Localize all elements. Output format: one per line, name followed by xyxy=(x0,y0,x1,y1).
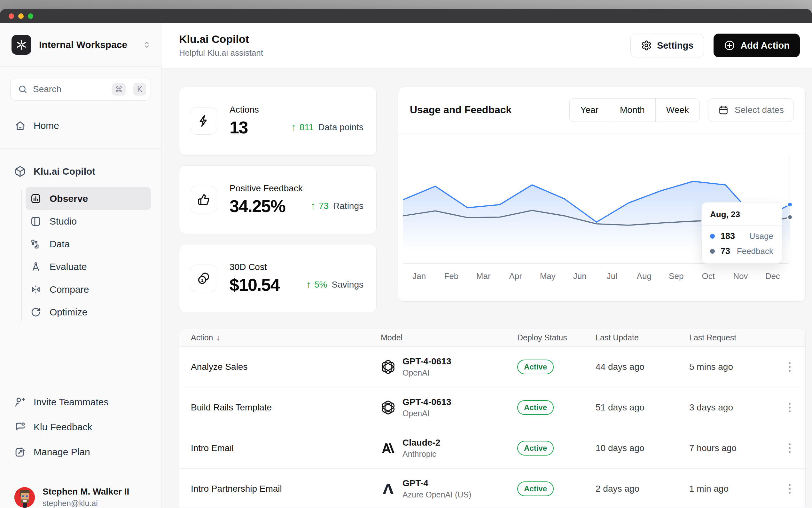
x-axis-tick-label: Dec xyxy=(757,271,789,281)
table-row[interactable]: Analyze Sales GPT-4-0613OpenAIActive44 d… xyxy=(179,347,805,387)
stat-label: Positive Feedback xyxy=(230,183,364,194)
sort-descending-icon: ↓ xyxy=(216,333,220,342)
chart-plot-area[interactable]: JanFebMarAprMayJunJulAugSepOctNovDec Aug… xyxy=(398,133,805,301)
lightning-icon xyxy=(190,107,218,135)
sidebar-item-optimize[interactable]: Optimize xyxy=(26,301,151,324)
table-row[interactable]: Intro Email Claude-2AnthropicActive10 da… xyxy=(179,428,805,469)
main-panel: Klu.ai Copilot Helpful Klu.ai assistant … xyxy=(161,23,812,508)
sidebar-item-label: Data xyxy=(50,239,70,250)
data-blocks-icon xyxy=(30,239,41,250)
model-provider: Azure OpenAI (US) xyxy=(402,490,471,499)
minimize-window-button[interactable] xyxy=(18,13,23,19)
column-header-last-update[interactable]: Last Update xyxy=(595,333,689,342)
add-action-button[interactable]: Add Action xyxy=(714,34,800,57)
column-header-last-request[interactable]: Last Request xyxy=(689,333,774,342)
sidebar-item-invite-teammates[interactable]: Invite Teammates xyxy=(0,390,161,415)
search-input[interactable]: Search K xyxy=(10,78,151,100)
stats-column: Actions 13 ↑ 811 Data points xyxy=(179,87,377,313)
sidebar-item-label: Manage Plan xyxy=(34,447,90,458)
sidebar-item-label: Compare xyxy=(50,284,89,295)
sidebar-item-label: Home xyxy=(34,120,59,131)
search-icon xyxy=(17,84,28,94)
sidebar-item-manage-plan[interactable]: Manage Plan xyxy=(0,439,161,465)
row-menu-kebab-icon[interactable] xyxy=(785,481,794,497)
status-badge: Active xyxy=(517,400,554,415)
svg-text:1: 1 xyxy=(201,278,203,283)
workspace-name: Internal Workspace xyxy=(39,39,134,50)
column-header-deploy-status[interactable]: Deploy Status xyxy=(517,333,595,342)
stat-label: 30D Cost xyxy=(230,262,364,272)
stat-delta-value: 73 xyxy=(319,201,329,211)
last-request-value: 1 min ago xyxy=(689,484,774,494)
stat-label: Actions xyxy=(230,104,364,115)
model-cell: GPT-4-0613OpenAI xyxy=(381,356,517,378)
table-row[interactable]: Intro Partnership Email GPT-4Azure OpenA… xyxy=(179,469,805,508)
avatar xyxy=(14,487,35,508)
model-cell: GPT-4Azure OpenAI (US) xyxy=(381,478,517,499)
calendar-icon xyxy=(718,104,729,116)
compare-flip-icon xyxy=(30,284,41,295)
search-placeholder: Search xyxy=(33,84,104,94)
workspace-switcher[interactable]: Internal Workspace xyxy=(0,23,161,67)
thumbs-up-icon xyxy=(190,186,218,213)
action-name[interactable]: Intro Email xyxy=(179,443,381,453)
tab-year[interactable]: Year xyxy=(570,98,609,122)
sidebar-item-observe[interactable]: Observe xyxy=(26,187,151,210)
sidebar-item-studio[interactable]: Studio xyxy=(26,210,151,232)
row-menu-kebab-icon[interactable] xyxy=(785,440,794,456)
sidebar-item-home[interactable]: Home xyxy=(0,115,161,136)
window-titlebar xyxy=(0,9,812,23)
x-axis-tick-label: Jun xyxy=(564,271,596,281)
table-row[interactable]: Build Rails Template GPT-4-0613OpenAIAct… xyxy=(179,387,805,428)
table-header-row: Action ↓ Model Deploy Status Last Update… xyxy=(179,329,805,347)
action-name[interactable]: Build Rails Template xyxy=(179,403,381,413)
action-name[interactable]: Intro Partnership Email xyxy=(179,484,381,494)
row-menu-kebab-icon[interactable] xyxy=(785,399,794,416)
x-axis-tick-label: Oct xyxy=(692,271,725,281)
status-badge: Active xyxy=(517,359,554,374)
openai-logo-icon xyxy=(381,359,395,374)
plus-circle-icon xyxy=(724,40,735,51)
user-profile[interactable]: Stephen M. Walker II stephen@klu.ai xyxy=(0,474,161,508)
gear-icon xyxy=(641,40,652,51)
sidebar-section-app[interactable]: Klu.ai Copilot xyxy=(0,161,161,182)
stat-delta-value: 811 xyxy=(299,122,314,132)
stat-delta-note: Savings xyxy=(332,280,364,290)
column-header-model[interactable]: Model xyxy=(381,333,517,342)
tooltip-value: 73 xyxy=(721,246,730,256)
coins-icon: 1 xyxy=(190,264,218,292)
last-request-value: 7 hours ago xyxy=(689,443,774,453)
sidebar-item-label: Invite Teammates xyxy=(34,397,109,408)
tab-month[interactable]: Month xyxy=(609,98,655,122)
select-dates-button[interactable]: Select dates xyxy=(708,98,794,122)
settings-button[interactable]: Settings xyxy=(630,34,704,57)
x-axis-tick-label: Jul xyxy=(596,271,628,281)
zoom-window-button[interactable] xyxy=(28,13,33,19)
user-plus-icon xyxy=(14,396,26,408)
select-dates-label: Select dates xyxy=(735,105,784,115)
arrow-up-icon: ↑ xyxy=(311,200,316,212)
klu-logo-icon xyxy=(11,35,31,55)
x-axis-tick-label: Sep xyxy=(660,271,692,281)
stat-card-30d-cost: 1 30D Cost $10.54 ↑ 5% Savings xyxy=(179,244,377,313)
tab-week[interactable]: Week xyxy=(655,98,700,122)
sidebar-item-label: Studio xyxy=(50,216,77,227)
series-dot-icon xyxy=(710,234,715,239)
model-name: GPT-4 xyxy=(402,478,471,489)
page-subtitle: Helpful Klu.ai assistant xyxy=(179,48,263,58)
column-header-action[interactable]: Action ↓ xyxy=(179,333,381,342)
sidebar-item-klu-feedback[interactable]: Klu Feedback xyxy=(0,415,161,439)
column-header-label: Action xyxy=(191,333,213,342)
sidebar-item-evaluate[interactable]: Evaluate xyxy=(26,255,151,278)
sidebar-item-label: Observe xyxy=(50,193,88,204)
stat-value: 13 xyxy=(230,117,248,137)
sidebar-item-compare[interactable]: Compare xyxy=(26,278,151,301)
stat-card-actions: Actions 13 ↑ 811 Data points xyxy=(179,87,377,156)
sidebar: Internal Workspace Search xyxy=(0,23,161,508)
sidebar-item-data[interactable]: Data xyxy=(26,232,151,255)
close-window-button[interactable] xyxy=(9,13,14,19)
x-axis-tick-label: Feb xyxy=(435,271,468,281)
stat-value: 34.25% xyxy=(230,196,285,216)
action-name[interactable]: Analyze Sales xyxy=(179,362,381,372)
row-menu-kebab-icon[interactable] xyxy=(785,359,794,375)
